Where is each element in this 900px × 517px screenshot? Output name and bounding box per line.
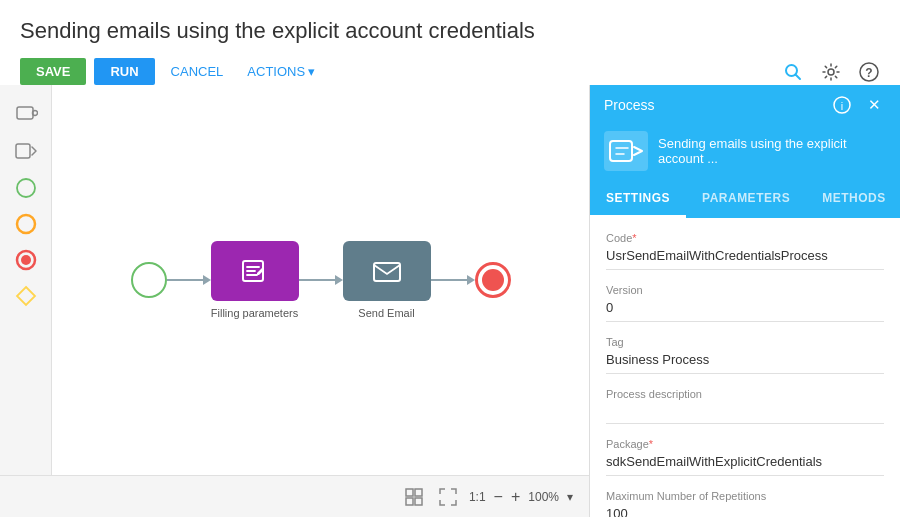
grid-view-button[interactable] (401, 484, 427, 510)
svg-text:?: ? (865, 66, 872, 80)
process-desc-value[interactable] (606, 404, 884, 424)
svg-text:i: i (841, 100, 843, 112)
package-field-group: Package* sdkSendEmailWithExplicitCredent… (606, 438, 884, 476)
arrow-1 (167, 275, 211, 285)
svg-rect-16 (415, 489, 422, 496)
canvas-workspace[interactable]: Filling parameters (52, 85, 589, 475)
search-icon[interactable] (782, 61, 804, 83)
send-email-label: Send Email (358, 307, 414, 319)
package-label: Package* (606, 438, 884, 450)
code-value[interactable]: UsrSendEmailWithCredentialsProcess (606, 248, 884, 270)
circle-shape-icon[interactable] (15, 177, 37, 199)
panel-close-button[interactable]: ✕ (862, 93, 886, 117)
zoom-ratio: 1:1 (469, 490, 486, 504)
send-email-box (343, 241, 431, 301)
send-email-node[interactable]: Send Email (343, 241, 431, 319)
end-node (475, 262, 511, 298)
end-shape-icon[interactable] (15, 249, 37, 271)
process-desc-label: Process description (606, 388, 884, 400)
version-value[interactable]: 0 (606, 300, 884, 322)
page-title: Sending emails using the explicit accoun… (20, 18, 880, 44)
save-button[interactable]: SAVE (20, 58, 86, 85)
main-content: Filling parameters (0, 85, 900, 517)
panel-subtitle: Sending emails using the explicit accoun… (658, 136, 886, 166)
panel-process-icon (604, 131, 648, 171)
fit-screen-button[interactable] (435, 484, 461, 510)
zoom-out-button[interactable]: − (494, 489, 503, 505)
shape-sidebar (0, 85, 52, 475)
max-rep-label: Maximum Number of Repetitions (606, 490, 884, 502)
panel-header-content: Sending emails using the explicit accoun… (590, 121, 900, 181)
run-button[interactable]: RUN (94, 58, 154, 85)
svg-rect-21 (610, 141, 632, 161)
filling-parameters-box (211, 241, 299, 301)
toolbar-icons: ? (782, 61, 880, 83)
diamond-shape-icon[interactable] (15, 285, 37, 307)
gear-icon[interactable] (820, 61, 842, 83)
panel-title-row: Process i ✕ (590, 85, 900, 121)
ring-shape-icon[interactable] (15, 213, 37, 235)
process-desc-field-group: Process description (606, 388, 884, 424)
start-node (131, 262, 167, 298)
svg-rect-15 (406, 489, 413, 496)
panel-header: Process i ✕ Sending emails using the (590, 85, 900, 218)
svg-point-6 (32, 111, 37, 116)
canvas-area: Filling parameters (0, 85, 590, 517)
code-field-group: Code* UsrSendEmailWithCredentialsProcess (606, 232, 884, 270)
max-rep-field-group: Maximum Number of Repetitions 100 (606, 490, 884, 517)
cancel-button[interactable]: CANCEL (163, 58, 232, 85)
svg-line-1 (796, 74, 801, 79)
workflow-diagram: Filling parameters (131, 241, 511, 319)
panel-body: Code* UsrSendEmailWithCredentialsProcess… (590, 218, 900, 517)
version-field-group: Version 0 (606, 284, 884, 322)
svg-rect-18 (415, 498, 422, 505)
panel-header-actions: i ✕ (830, 93, 886, 117)
panel-info-button[interactable]: i (830, 93, 854, 117)
tab-parameters[interactable]: PARAMETERS (686, 181, 806, 218)
process-shape-icon[interactable] (14, 139, 38, 163)
tag-label: Tag (606, 336, 884, 348)
panel-name: Process (604, 97, 655, 113)
arrow-2 (299, 275, 343, 285)
end-inner (482, 269, 504, 291)
svg-rect-7 (16, 144, 30, 158)
svg-rect-17 (406, 498, 413, 505)
actions-button[interactable]: ACTIONS ▾ (239, 58, 323, 85)
zoom-dropdown-icon[interactable]: ▾ (567, 490, 573, 504)
app-header: Sending emails using the explicit accoun… (0, 0, 900, 85)
version-label: Version (606, 284, 884, 296)
svg-rect-14 (374, 263, 400, 281)
arrow-3 (431, 275, 475, 285)
tag-field-group: Tag Business Process (606, 336, 884, 374)
help-icon[interactable]: ? (858, 61, 880, 83)
tag-value[interactable]: Business Process (606, 352, 884, 374)
zoom-level[interactable]: 100% (528, 490, 559, 504)
max-rep-value[interactable]: 100 (606, 506, 884, 517)
svg-point-11 (21, 255, 31, 265)
package-value[interactable]: sdkSendEmailWithExplicitCredentials (606, 454, 884, 476)
filling-parameters-node[interactable]: Filling parameters (211, 241, 299, 319)
zoom-in-button[interactable]: + (511, 489, 520, 505)
filling-parameters-label: Filling parameters (211, 307, 298, 319)
svg-marker-12 (17, 287, 35, 305)
code-label: Code* (606, 232, 884, 244)
tab-settings[interactable]: SETTINGS (590, 181, 686, 218)
canvas-bottom-toolbar: 1:1 − + 100% ▾ (0, 475, 589, 517)
svg-point-8 (17, 179, 35, 197)
chevron-down-icon: ▾ (308, 64, 315, 79)
svg-point-9 (17, 215, 35, 233)
tab-methods[interactable]: METHODS (806, 181, 900, 218)
right-panel: Process i ✕ Sending emails using the (590, 85, 900, 517)
rectangle-shape-icon[interactable] (14, 101, 38, 125)
panel-tabs: SETTINGS PARAMETERS METHODS (590, 181, 900, 218)
svg-point-2 (828, 69, 834, 75)
toolbar: SAVE RUN CANCEL ACTIONS ▾ (20, 58, 880, 85)
svg-rect-5 (17, 107, 33, 119)
canvas-with-sidebar: Filling parameters (0, 85, 589, 475)
